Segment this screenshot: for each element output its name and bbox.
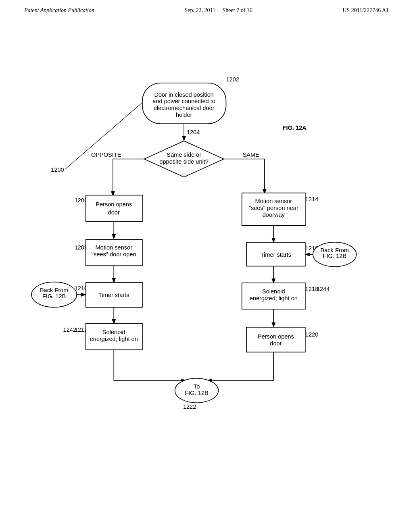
node-1202-line3: electromechanical door [154, 105, 215, 111]
ref-1200: 1200 [51, 166, 64, 173]
ref-1202: 1202 [226, 76, 239, 83]
node-left-person-opens-line1: Person opens [96, 201, 132, 208]
node-left-person-opens-line2: door [108, 210, 120, 216]
ref-1222: 1222 [183, 403, 196, 410]
node-left-motion-line1: Motion sensor [95, 244, 132, 251]
page-header: Patent Application Publication Sep. 22, … [0, 0, 413, 14]
node-1204-line1: Same side or [167, 152, 201, 158]
ref-1244: 1244 [317, 286, 330, 292]
node-1202-line2: and power connected to [152, 98, 215, 105]
fig-label: FIG. 12A [283, 125, 307, 131]
ref-1214: 1214 [305, 196, 318, 202]
flowchart-svg: 1202 Door in closed position and power c… [20, 60, 391, 484]
ref-1220: 1220 [305, 331, 318, 338]
node-right-motion-line3: doorway [263, 212, 285, 218]
node-back-from-left-line2: FIG. 12B [42, 293, 66, 299]
node-right-solenoid-line1: Solenoid [262, 288, 285, 295]
label-same: SAME [243, 152, 260, 158]
node-left-solenoid-line1: Solenoid [102, 329, 125, 335]
header-date: Sep. 22, 2011 [185, 7, 215, 13]
node-1202-line1: Door in closed position [154, 91, 213, 98]
node-1204-line2: opposite side unit? [159, 158, 209, 165]
node-right-motion-line1: Motion sensor [255, 198, 292, 204]
node-right-timer-label: Timer starts [261, 251, 291, 258]
node-to-fig12b-line1: To [194, 383, 200, 390]
header-date-sheet: Sep. 22, 2011 Sheet 7 of 16 [185, 7, 252, 14]
node-to-fig12b-line2: FIG. 12B [185, 390, 208, 396]
header-patent-number: US 2011/227746 A1 [342, 7, 389, 14]
diagram-container: 1202 Door in closed position and power c… [20, 60, 391, 484]
header-publication-label: Patent Application Publication [24, 7, 94, 14]
node-right-motion-line2: "sees" person near [249, 205, 298, 211]
node-left-solenoid-line2: energized; light on [90, 336, 138, 342]
node-left-person-opens [86, 195, 142, 221]
label-opposite: OPPOSITE [91, 152, 121, 158]
header-sheet: Sheet 7 of 16 [223, 7, 252, 13]
ref-1204: 1204 [187, 129, 200, 135]
node-back-from-right-line2: FIG. 12B [323, 253, 346, 259]
node-left-motion-line2: "sees" door open [92, 251, 136, 258]
node-1202-line4: holder [176, 112, 192, 118]
node-left-timer-label: Timer starts [98, 292, 129, 298]
node-right-person-opens-line1: Person opens [258, 333, 294, 340]
node-right-person-opens-line2: door [270, 340, 282, 347]
node-right-solenoid-line2: energized; light on [250, 295, 298, 301]
